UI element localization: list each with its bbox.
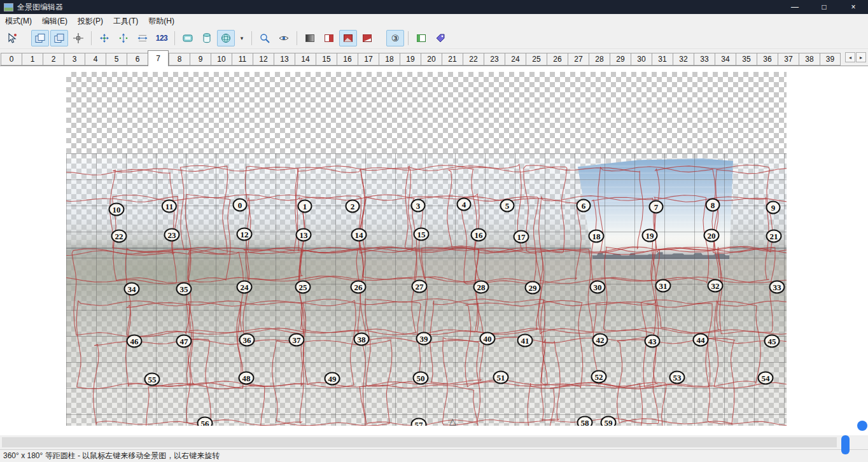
image-marker-59[interactable]: 59 <box>601 416 617 426</box>
image-marker-29[interactable]: 29 <box>525 281 541 295</box>
vertical-shift-tool-button[interactable] <box>115 30 132 46</box>
image-marker-14[interactable]: 14 <box>351 228 367 242</box>
image-marker-56[interactable]: 56 <box>197 417 213 426</box>
image-marker-28[interactable]: 28 <box>473 281 489 294</box>
image-marker-5[interactable]: 5 <box>500 199 515 213</box>
panorama-canvas[interactable]: 1011012345678922231213141516171819202134… <box>66 72 787 426</box>
projection-sphere-button[interactable] <box>217 30 235 46</box>
center-crosshair-tool-button[interactable] <box>69 30 87 46</box>
tab-11[interactable]: 11 <box>232 53 253 66</box>
image-marker-30[interactable]: 30 <box>590 281 606 294</box>
image-marker-48[interactable]: 48 <box>239 372 255 385</box>
image-marker-32[interactable]: 32 <box>708 279 724 293</box>
image-marker-53[interactable]: 53 <box>669 371 685 384</box>
image-marker-4[interactable]: 4 <box>457 198 472 211</box>
tab-23[interactable]: 23 <box>484 53 505 66</box>
tab-4[interactable]: 4 <box>85 53 106 66</box>
tab-21[interactable]: 21 <box>442 53 463 66</box>
image-marker-19[interactable]: 19 <box>642 229 658 242</box>
tab-20[interactable]: 20 <box>421 53 442 66</box>
tab-36[interactable]: 36 <box>757 53 778 66</box>
image-marker-18[interactable]: 18 <box>589 230 605 243</box>
image-marker-57[interactable]: 57 <box>411 418 427 426</box>
tab-5[interactable]: 5 <box>106 53 127 66</box>
tab-13[interactable]: 13 <box>274 53 295 66</box>
maximize-button[interactable]: □ <box>809 0 839 14</box>
image-marker-44[interactable]: 44 <box>693 333 709 347</box>
tab-32[interactable]: 32 <box>673 53 694 66</box>
mask-flag-button[interactable] <box>358 30 376 46</box>
tab-34[interactable]: 34 <box>715 53 736 66</box>
tab-12[interactable]: 12 <box>253 53 274 66</box>
image-marker-24[interactable]: 24 <box>237 281 253 294</box>
tab-31[interactable]: 31 <box>652 53 673 66</box>
image-marker-27[interactable]: 27 <box>412 280 428 293</box>
tab-17[interactable]: 17 <box>358 53 379 66</box>
menu-edit[interactable]: 编辑(E) <box>37 15 73 28</box>
image-marker-3[interactable]: 3 <box>411 199 426 213</box>
select-tool-button[interactable] <box>3 30 21 46</box>
image-marker-51[interactable]: 51 <box>493 371 509 384</box>
image-marker-26[interactable]: 26 <box>351 281 367 294</box>
image-marker-0[interactable]: 0 <box>233 199 248 212</box>
image-marker-33[interactable]: 33 <box>769 281 785 294</box>
move-images-tool-button[interactable] <box>31 30 49 46</box>
projection-cylinder-button[interactable] <box>198 30 216 46</box>
image-marker-37[interactable]: 37 <box>289 333 305 347</box>
image-marker-38[interactable]: 38 <box>354 333 370 346</box>
image-marker-49[interactable]: 49 <box>325 372 340 386</box>
image-marker-21[interactable]: 21 <box>766 230 782 243</box>
tab-scroll-left-button[interactable]: ◂ <box>845 52 855 62</box>
preview-button[interactable] <box>275 30 293 46</box>
image-marker-39[interactable]: 39 <box>416 332 432 346</box>
tab-39[interactable]: 39 <box>820 53 841 66</box>
link-images-tool-button[interactable] <box>50 30 68 46</box>
show-numbers-button[interactable]: 123 <box>153 30 171 46</box>
image-marker-11[interactable]: 11 <box>162 200 177 213</box>
tab-26[interactable]: 26 <box>547 53 568 66</box>
tab-6[interactable]: 6 <box>127 53 148 66</box>
tab-3[interactable]: 3 <box>64 53 85 66</box>
image-marker-23[interactable]: 23 <box>164 228 180 242</box>
tab-scroll-right-button[interactable]: ▸ <box>856 52 866 62</box>
image-marker-46[interactable]: 46 <box>127 335 143 348</box>
right-edge-handle[interactable] <box>857 421 867 431</box>
tab-14[interactable]: 14 <box>295 53 316 66</box>
image-marker-10[interactable]: 10 <box>109 203 125 216</box>
tab-0[interactable]: 0 <box>1 53 22 66</box>
projection-flat-button[interactable] <box>179 30 197 46</box>
mask-half-button[interactable] <box>320 30 338 46</box>
tab-33[interactable]: 33 <box>694 53 715 66</box>
image-marker-2[interactable]: 2 <box>346 200 360 213</box>
tab-35[interactable]: 35 <box>736 53 757 66</box>
image-marker-9[interactable]: 9 <box>766 201 781 214</box>
image-marker-35[interactable]: 35 <box>176 283 192 296</box>
horizontal-scrollbar-thumb[interactable] <box>2 437 837 447</box>
tab-18[interactable]: 18 <box>379 53 400 66</box>
menu-projection[interactable]: 投影(P) <box>73 15 108 28</box>
image-marker-55[interactable]: 55 <box>144 373 160 386</box>
image-marker-6[interactable]: 6 <box>577 199 591 213</box>
tab-37[interactable]: 37 <box>778 53 799 66</box>
menu-tools[interactable]: 工具(T) <box>108 15 143 28</box>
image-marker-22[interactable]: 22 <box>111 230 127 243</box>
image-marker-20[interactable]: 20 <box>704 229 720 242</box>
tab-28[interactable]: 28 <box>589 53 610 66</box>
image-marker-52[interactable]: 52 <box>591 370 607 384</box>
tab-1[interactable]: 1 <box>22 53 43 66</box>
minimize-button[interactable]: — <box>780 0 809 14</box>
tab-9[interactable]: 9 <box>190 53 211 66</box>
image-marker-47[interactable]: 47 <box>176 335 192 348</box>
tab-19[interactable]: 19 <box>400 53 421 66</box>
tab-2[interactable]: 2 <box>43 53 64 66</box>
image-marker-45[interactable]: 45 <box>764 335 780 348</box>
image-marker-34[interactable]: 34 <box>124 283 140 296</box>
image-marker-36[interactable]: 36 <box>239 333 255 347</box>
tab-24[interactable]: 24 <box>505 53 526 66</box>
corner-slider-handle[interactable] <box>841 435 850 454</box>
pan-tool-button[interactable] <box>95 30 113 46</box>
image-marker-1[interactable]: 1 <box>298 200 312 213</box>
image-marker-58[interactable]: 58 <box>577 416 593 426</box>
tab-8[interactable]: 8 <box>169 53 190 66</box>
menu-help[interactable]: 帮助(H) <box>143 15 179 28</box>
